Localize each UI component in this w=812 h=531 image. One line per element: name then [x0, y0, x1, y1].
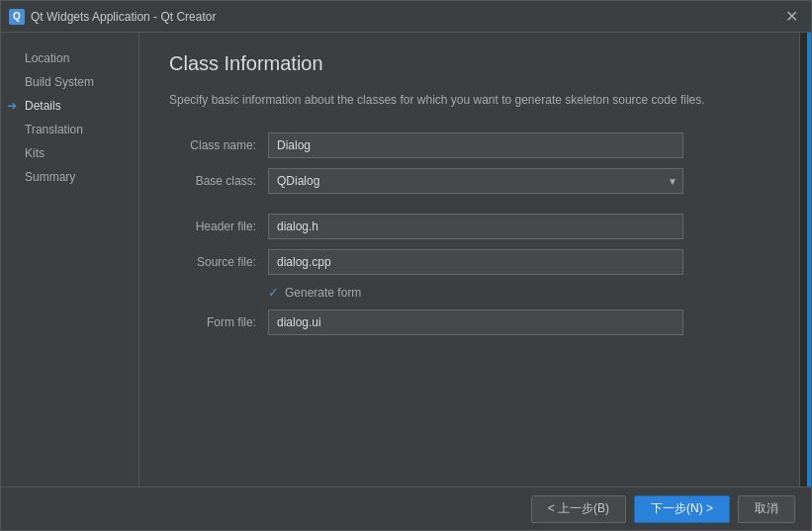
sidebar-item-kits[interactable]: Kits: [1, 142, 138, 164]
class-name-input[interactable]: [268, 133, 683, 158]
base-class-select[interactable]: QDialog QWidget QMainWindow: [268, 168, 683, 194]
form-file-label: Form file:: [169, 315, 268, 329]
base-class-row: Base class: QDialog QWidget QMainWindow …: [169, 168, 769, 194]
sidebar-item-details[interactable]: Details: [1, 95, 138, 117]
source-file-input[interactable]: [268, 249, 683, 275]
form-file-input[interactable]: [268, 310, 683, 335]
title-bar: Q Qt Widgets Application - Qt Creator ✕: [1, 1, 811, 33]
form-spacer-1: [169, 204, 769, 214]
sidebar-item-build-system[interactable]: Build System: [1, 71, 138, 93]
right-bar: [799, 33, 811, 487]
generate-form-label: Generate form: [285, 286, 361, 300]
dialog-window: Q Qt Widgets Application - Qt Creator ✕ …: [0, 0, 812, 531]
header-file-row: Header file:: [169, 214, 769, 239]
next-button[interactable]: 下一步(N) >: [634, 495, 730, 523]
content-area: Class Information Specify basic informat…: [139, 33, 799, 487]
sidebar: Location Build System Details Translatio…: [1, 33, 139, 487]
sidebar-item-location[interactable]: Location: [1, 47, 138, 69]
sidebar-item-summary[interactable]: Summary: [1, 166, 138, 188]
page-title: Class Information: [169, 52, 769, 75]
source-file-label: Source file:: [169, 255, 268, 269]
form-file-row: Form file:: [169, 310, 769, 335]
title-bar-left: Q Qt Widgets Application - Qt Creator: [9, 9, 216, 25]
back-button[interactable]: < 上一步(B): [531, 495, 626, 523]
source-file-row: Source file:: [169, 249, 769, 275]
right-bar-accent: [807, 33, 811, 487]
base-class-select-wrapper: QDialog QWidget QMainWindow ▼: [268, 168, 683, 194]
base-class-label: Base class:: [169, 174, 268, 188]
main-content: Location Build System Details Translatio…: [1, 33, 811, 487]
generate-form-row: ✓ Generate form: [268, 285, 769, 300]
description-text: Specify basic information about the clas…: [169, 91, 723, 109]
sidebar-item-translation[interactable]: Translation: [1, 119, 138, 140]
close-button[interactable]: ✕: [780, 7, 803, 27]
bottom-bar: < 上一步(B) 下一步(N) > 取消: [1, 487, 811, 530]
checkbox-check-icon: ✓: [268, 285, 279, 300]
app-icon: Q: [9, 9, 25, 25]
header-file-input[interactable]: [268, 214, 683, 239]
header-file-label: Header file:: [169, 220, 268, 233]
class-name-label: Class name:: [169, 138, 268, 152]
window-title: Qt Widgets Application - Qt Creator: [31, 10, 216, 24]
class-name-row: Class name:: [169, 133, 769, 158]
cancel-button[interactable]: 取消: [738, 495, 795, 523]
